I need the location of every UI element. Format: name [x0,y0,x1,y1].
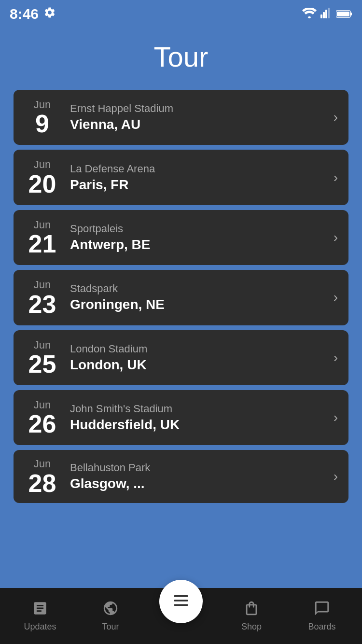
svg-rect-3 [328,8,330,18]
tour-info: London Stadium London, UK [70,343,334,373]
wifi-icon [302,6,317,22]
status-left: 8:46 [10,6,56,22]
status-bar: 8:46 [0,0,362,26]
tour-date: Jun 26 [24,399,60,436]
tour-info: John Smith's Stadium Huddersfield, UK [70,403,334,433]
chevron-right-icon: › [334,290,338,305]
tour-day: 20 [28,171,56,196]
tour-list-item[interactable]: Jun 9 Ernst Happel Stadium Vienna, AU › [14,90,348,145]
svg-rect-5 [350,13,352,15]
tour-month: Jun [34,279,51,291]
bag-icon [243,600,260,619]
battery-icon [336,6,352,22]
tour-list-item[interactable]: Jun 28 Bellahuston Park Glasgow, ... › [14,450,348,503]
tour-venue: Ernst Happel Stadium [70,102,334,115]
svg-rect-7 [174,595,188,597]
chevron-right-icon: › [334,170,338,185]
tour-day: 9 [35,111,49,136]
tour-city: Huddersfield, UK [70,417,334,433]
tour-date: Jun 25 [24,339,60,377]
svg-rect-2 [325,10,327,18]
tour-month: Jun [34,339,51,351]
chat-icon [313,600,331,619]
tour-venue: John Smith's Stadium [70,403,334,415]
tour-city: Groningen, NE [70,297,334,312]
nav-label-shop: Shop [241,622,262,632]
tour-day: 26 [28,411,56,436]
tour-date: Jun 9 [24,98,60,136]
tour-list-item[interactable]: Jun 26 John Smith's Stadium Huddersfield… [14,390,348,445]
tour-day: 21 [28,231,56,256]
tour-list-item[interactable]: Jun 20 La Defense Arena Paris, FR › [14,150,348,205]
gear-icon [43,6,56,22]
tour-month: Jun [34,158,51,171]
svg-rect-1 [323,12,325,18]
tour-venue: Sportpaleis [70,223,334,235]
nav-item-updates[interactable]: Updates [5,600,75,632]
tour-city: Glasgow, ... [70,476,334,491]
nav-item-boards[interactable]: Boards [287,600,357,632]
tour-list-item[interactable]: Jun 25 London Stadium London, UK › [14,330,348,385]
tour-month: Jun [34,458,51,470]
nav-label-boards: Boards [308,622,335,632]
tour-info: Bellahuston Park Glasgow, ... [70,462,334,491]
signal-icon [320,6,332,22]
tour-date: Jun 20 [24,158,60,196]
tour-venue: La Defense Arena [70,163,334,175]
tour-info: Ernst Happel Stadium Vienna, AU [70,102,334,132]
tour-date: Jun 23 [24,279,60,316]
chevron-right-icon: › [334,230,338,245]
svg-rect-9 [174,604,188,606]
tour-venue: Stadspark [70,282,334,295]
tour-day: 23 [28,292,56,317]
page-title: Tour [0,26,362,90]
status-time: 8:46 [10,6,39,22]
chevron-right-icon: › [334,469,338,484]
nav-item-tour[interactable]: Tour [75,600,146,632]
nav-item-shop[interactable]: Shop [216,600,287,632]
tour-city: Antwerp, BE [70,237,334,252]
nav-label-updates: Updates [24,622,56,632]
tour-city: London, UK [70,357,334,373]
chevron-right-icon: › [334,110,338,125]
tour-venue: Bellahuston Park [70,462,334,474]
tour-day: 28 [28,471,56,496]
tour-day: 25 [28,351,56,377]
tour-date: Jun 28 [24,458,60,495]
tour-info: La Defense Arena Paris, FR [70,163,334,193]
chevron-right-icon: › [334,350,338,365]
menu-icon [172,594,190,610]
tour-info: Stadspark Groningen, NE [70,282,334,312]
center-menu-button[interactable] [159,580,203,623]
bottom-nav: Updates Tour Shop [0,588,362,644]
tour-list-item[interactable]: Jun 23 Stadspark Groningen, NE › [14,270,348,325]
globe-icon [102,600,119,619]
tour-date: Jun 21 [24,219,60,256]
tour-city: Vienna, AU [70,117,334,132]
tour-city: Paris, FR [70,177,334,193]
tour-info: Sportpaleis Antwerp, BE [70,223,334,252]
nav-label-tour: Tour [102,622,119,632]
status-right [302,6,352,22]
nav-item-center[interactable] [146,580,216,623]
tour-venue: London Stadium [70,343,334,355]
svg-rect-0 [320,14,322,18]
svg-rect-6 [337,12,349,16]
tour-list: Jun 9 Ernst Happel Stadium Vienna, AU › … [0,90,362,503]
newspaper-icon [31,600,49,619]
svg-rect-8 [174,600,188,602]
tour-list-item[interactable]: Jun 21 Sportpaleis Antwerp, BE › [14,210,348,265]
chevron-right-icon: › [334,410,338,425]
